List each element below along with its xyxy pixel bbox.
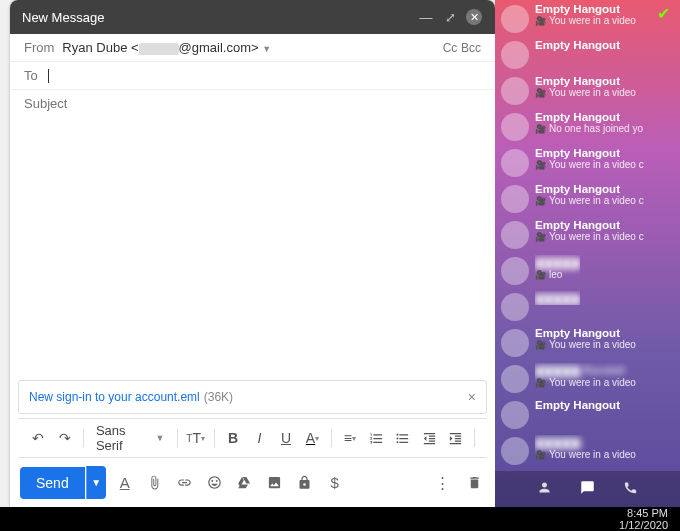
hangout-item[interactable]: ▆▆▆▆▆ 🎥You were in a video xyxy=(495,432,680,468)
hangout-name: ▆▆▆▆▆ Randall xyxy=(535,363,636,377)
avatar xyxy=(501,113,529,141)
format-toolbar: ↶ ↷ Sans Serif▼ TT▾ B I U A▾ ≡▾ xyxy=(18,418,487,458)
formatting-icon[interactable]: A xyxy=(114,472,136,494)
attachment-size: (36K) xyxy=(204,390,233,404)
subject-input[interactable] xyxy=(24,96,481,111)
confidential-icon[interactable] xyxy=(294,472,316,494)
compose-header[interactable]: New Message — ⤢ ✕ xyxy=(10,0,495,34)
indent-less-icon[interactable] xyxy=(417,425,441,451)
text-color-icon[interactable]: A▾ xyxy=(300,425,324,451)
link-icon[interactable] xyxy=(174,472,196,494)
align-icon[interactable]: ≡▾ xyxy=(338,425,362,451)
hangout-name: Empty Hangout xyxy=(535,111,643,123)
hangout-item[interactable]: Empty Hangout🎥You were in a video c xyxy=(495,144,680,180)
avatar xyxy=(501,293,529,321)
hangout-sub: 🎥You were in a video c xyxy=(535,159,644,170)
hangout-item[interactable]: Empty Hangout🎥You were in a video xyxy=(495,72,680,108)
avatar xyxy=(501,437,529,465)
redo-icon[interactable]: ↷ xyxy=(52,425,76,451)
action-toolbar: Send ▼ A $ ⋮ xyxy=(10,458,495,507)
minimize-icon[interactable]: — xyxy=(417,8,435,26)
cc-button[interactable]: Cc xyxy=(443,41,458,55)
bcc-button[interactable]: Bcc xyxy=(461,41,481,55)
contacts-icon[interactable] xyxy=(537,480,552,499)
camera-icon: 🎥 xyxy=(535,16,546,26)
underline-icon[interactable]: U xyxy=(274,425,298,451)
hangout-name: Empty Hangout xyxy=(535,3,636,15)
hangout-name: ▆▆▆▆▆ xyxy=(535,255,580,269)
hangout-sub: 🎥You were in a video xyxy=(535,339,636,350)
font-size-icon[interactable]: TT▾ xyxy=(183,425,207,451)
money-icon[interactable]: $ xyxy=(324,472,346,494)
send-button[interactable]: Send xyxy=(20,467,85,499)
attachment-chip[interactable]: New sign-in to your account.eml (36K) × xyxy=(18,380,487,414)
hangout-name: Empty Hangout xyxy=(535,183,644,195)
hangout-name: Empty Hangout xyxy=(535,75,636,87)
hangout-item[interactable]: Empty Hangout xyxy=(495,36,680,72)
hangouts-footer xyxy=(495,471,680,507)
photo-icon[interactable] xyxy=(264,472,286,494)
discard-icon[interactable] xyxy=(463,472,485,494)
hangout-sub: 🎥You were in a video xyxy=(535,377,636,388)
status-check-icon: ✔ xyxy=(657,4,670,23)
camera-icon: 🎥 xyxy=(535,88,546,98)
hangout-name: Empty Hangout xyxy=(535,327,636,339)
bullet-list-icon[interactable] xyxy=(391,425,415,451)
avatar xyxy=(501,5,529,33)
hangout-item[interactable]: Empty Hangout xyxy=(495,396,680,432)
taskbar[interactable]: 8:45 PM 1/12/2020 xyxy=(0,507,680,531)
to-input[interactable] xyxy=(49,68,481,83)
compose-title: New Message xyxy=(22,10,411,25)
hangout-item[interactable]: Empty Hangout🎥You were in a video c xyxy=(495,180,680,216)
hangout-item[interactable]: ▆▆▆▆▆ Randall🎥You were in a video xyxy=(495,360,680,396)
emoji-icon[interactable] xyxy=(204,472,226,494)
hangout-item[interactable]: ▆▆▆▆▆ xyxy=(495,288,680,324)
hangout-sub: 🎥You were in a video xyxy=(535,449,636,460)
clock[interactable]: 8:45 PM 1/12/2020 xyxy=(619,507,668,531)
from-label: From xyxy=(24,40,54,55)
hangout-name: Empty Hangout xyxy=(535,39,620,51)
avatar xyxy=(501,41,529,69)
camera-icon: 🎥 xyxy=(535,340,546,350)
hangout-item[interactable]: Empty Hangout🎥You were in a video xyxy=(495,0,680,36)
attach-icon[interactable] xyxy=(144,472,166,494)
hangout-item[interactable]: Empty Hangout🎥You were in a video c xyxy=(495,216,680,252)
compose-window: New Message — ⤢ ✕ From Ryan Dube <@gmail… xyxy=(10,0,495,507)
avatar xyxy=(501,257,529,285)
from-row[interactable]: From Ryan Dube <@gmail.com> ▼ Cc Bcc xyxy=(10,34,495,62)
hangout-sub: 🎥You were in a video xyxy=(535,15,636,26)
avatar xyxy=(501,221,529,249)
drive-icon[interactable] xyxy=(234,472,256,494)
phone-icon[interactable] xyxy=(623,480,638,499)
chat-icon[interactable] xyxy=(580,480,595,499)
hangout-item[interactable]: ▆▆▆▆▆ 🎥leo xyxy=(495,252,680,288)
undo-icon[interactable]: ↶ xyxy=(26,425,50,451)
attachment-remove-icon[interactable]: × xyxy=(468,389,476,405)
to-row[interactable]: To xyxy=(10,62,495,90)
hangout-item[interactable]: Empty Hangout🎥No one has joined yo xyxy=(495,108,680,144)
to-label: To xyxy=(24,68,38,83)
hangout-name: Empty Hangout xyxy=(535,399,620,411)
camera-icon: 🎥 xyxy=(535,270,546,280)
subject-row[interactable] xyxy=(10,90,495,117)
bold-icon[interactable]: B xyxy=(221,425,245,451)
avatar xyxy=(501,185,529,213)
body-editor[interactable] xyxy=(10,117,495,380)
close-icon[interactable]: ✕ xyxy=(465,8,483,26)
avatar xyxy=(501,329,529,357)
hangout-name: Empty Hangout xyxy=(535,147,644,159)
hangouts-list[interactable]: Empty Hangout🎥You were in a videoEmpty H… xyxy=(495,0,680,471)
more-icon[interactable]: ⋮ xyxy=(431,472,453,494)
ordered-list-icon[interactable] xyxy=(364,425,388,451)
avatar xyxy=(501,149,529,177)
send-options-icon[interactable]: ▼ xyxy=(86,466,106,499)
expand-icon[interactable]: ⤢ xyxy=(441,8,459,26)
hangout-sub: 🎥You were in a video c xyxy=(535,195,644,206)
italic-icon[interactable]: I xyxy=(247,425,271,451)
from-value: Ryan Dube <@gmail.com> ▼ xyxy=(62,40,271,55)
hangout-item[interactable]: Empty Hangout🎥You were in a video xyxy=(495,324,680,360)
attachment-name: New sign-in to your account.eml xyxy=(29,390,200,404)
hangout-sub: 🎥No one has joined yo xyxy=(535,123,643,134)
font-select[interactable]: Sans Serif▼ xyxy=(90,423,171,453)
indent-more-icon[interactable] xyxy=(444,425,468,451)
